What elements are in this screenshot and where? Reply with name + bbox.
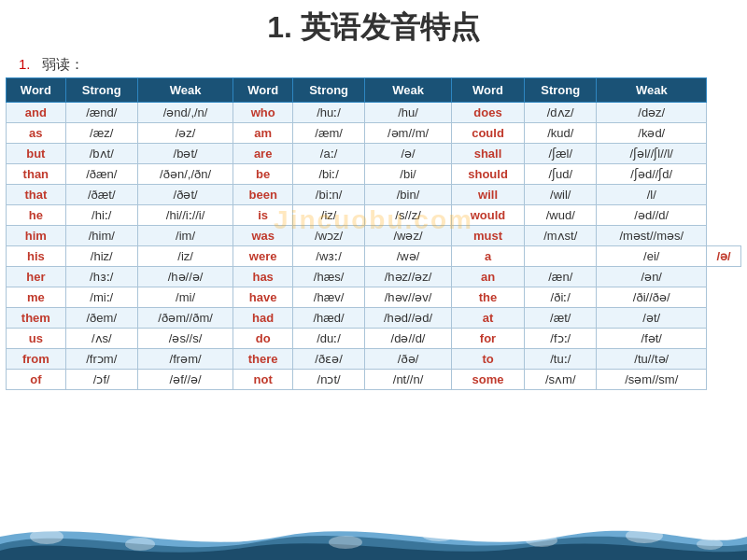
table-cell-10-5: /həd//əd/	[365, 308, 452, 329]
table-cell-11-5: /də//d/	[365, 329, 452, 349]
table-cell-13-8: /səm//sm/	[597, 370, 707, 390]
table-cell-9-6: the	[451, 287, 524, 308]
svg-point-2	[215, 527, 252, 542]
subtitle-text: 弱读：	[42, 56, 84, 72]
pronunciation-table: WordStrongWeakWordStrongWeakWordStrongWe…	[6, 77, 741, 390]
table-cell-9-7: /ðiː/	[525, 287, 597, 308]
header-cell-2: Weak	[137, 78, 233, 103]
table-cell-10-0: them	[7, 308, 66, 329]
wave-footer	[0, 509, 747, 560]
table-cell-10-8: /ət/	[597, 308, 707, 329]
table-cell-3-3: be	[233, 164, 293, 185]
table-cell-6-2: /im/	[137, 226, 233, 246]
table-cell-10-4: /hæd/	[293, 308, 365, 329]
title-section: 1. 英语发音特点	[0, 0, 747, 52]
table-row: of/ɔf//əf//ə/not/nɔt//nt//n/some/sʌm//sə…	[7, 370, 741, 390]
table-cell-3-6: should	[451, 164, 524, 185]
table-cell-2-8: /ʃəl//ʃl//l/	[597, 144, 707, 164]
table-cell-13-6: some	[451, 370, 524, 390]
table-cell-13-2: /əf//ə/	[137, 370, 233, 390]
table-cell-5-2: /hi//iː//i/	[137, 205, 233, 226]
table-cell-10-6: at	[451, 308, 524, 329]
table-cell-1-8: /kəd/	[597, 123, 707, 144]
table-cell-7-2: /iz/	[137, 246, 233, 267]
svg-point-5	[526, 534, 557, 547]
table-cell-11-4: /duː/	[293, 329, 365, 349]
table-row: he/hiː//hi//iː//i/is/iz//s//z/would/wud/…	[7, 205, 741, 226]
table-cell-8-1: /hɜː/	[65, 267, 137, 287]
table-cell-7-6: a	[451, 246, 524, 267]
table-cell-9-3: have	[233, 287, 293, 308]
table-cell-3-7: /ʃud/	[525, 164, 597, 185]
table-cell-5-7: /wud/	[525, 205, 597, 226]
table-cell-8-8: /ən/	[597, 267, 707, 287]
table-cell-10-2: /ðəm//ðm/	[137, 308, 233, 329]
main-title: 1. 英语发音特点	[0, 7, 747, 49]
table-cell-13-1: /ɔf/	[65, 370, 137, 390]
table-row: him/him//im/was/wɔz//wəz/must/mʌst//məst…	[7, 226, 741, 246]
table-row: from/frɔm//frəm/there/ðɛə//ðə/to/tuː//tu…	[7, 349, 741, 370]
header-cell-0: Word	[7, 78, 66, 103]
table-row: me/miː//mi/have/hæv//həv//əv/the/ðiː//ði…	[7, 287, 741, 308]
table-cell-3-4: /biː/	[293, 164, 365, 185]
table-row: that/ðæt//ðət/been/biːn//bin/will/wil//l…	[7, 185, 741, 205]
table-cell-7-9: /ə/	[707, 246, 741, 267]
table-row: as/æz//əz/am/æm//əm//m/could/kud//kəd/	[7, 123, 741, 144]
table-cell-10-3: had	[233, 308, 293, 329]
svg-point-6	[626, 528, 663, 543]
table-cell-4-5: /bin/	[365, 185, 452, 205]
svg-point-0	[30, 529, 63, 544]
header-cell-4: Strong	[293, 78, 365, 103]
table-cell-4-8: /l/	[597, 185, 707, 205]
table-cell-6-3: was	[233, 226, 293, 246]
table-wrapper: WordStrongWeakWordStrongWeakWordStrongWe…	[0, 77, 747, 390]
page-container: 1. 英语发音特点 1. 弱读： WordStrongWeakWordStron…	[0, 0, 747, 560]
table-cell-9-8: /ði//ðə/	[597, 287, 707, 308]
table-cell-0-3: who	[233, 103, 293, 123]
table-row: but/bʌt//bət/are/aː//ə/shall/ʃæl//ʃəl//ʃ…	[7, 144, 741, 164]
table-cell-11-8: /fət/	[597, 329, 707, 349]
table-cell-11-6: for	[451, 329, 524, 349]
waves-svg	[0, 509, 747, 560]
table-row: her/hɜː//hə//ə/has/hæs//həz//əz/an/æn//ə…	[7, 267, 741, 287]
table-cell-4-0: that	[7, 185, 66, 205]
table-cell-2-6: shall	[451, 144, 524, 164]
svg-point-3	[329, 536, 362, 549]
table-cell-4-2: /ðət/	[137, 185, 233, 205]
table-cell-8-2: /hə//ə/	[137, 267, 233, 287]
table-cell-5-8: /əd//d/	[597, 205, 707, 226]
table-cell-1-7: /kud/	[525, 123, 597, 144]
header-cell-3: Word	[233, 78, 293, 103]
table-cell-4-6: will	[451, 185, 524, 205]
header-cell-7: Strong	[525, 78, 597, 103]
table-cell-2-5: /ə/	[365, 144, 452, 164]
table-cell-6-4: /wɔz/	[293, 226, 365, 246]
header-cell-8: Weak	[597, 78, 707, 103]
table-cell-6-8: /məst//məs/	[597, 226, 707, 246]
table-cell-11-7: /fɔː/	[525, 329, 597, 349]
table-cell-0-1: /ænd/	[65, 103, 137, 123]
table-cell-13-7: /sʌm/	[525, 370, 597, 390]
subtitle: 1. 弱读：	[0, 52, 747, 77]
table-header: WordStrongWeakWordStrongWeakWordStrongWe…	[7, 78, 741, 103]
table-cell-5-0: he	[7, 205, 66, 226]
table-cell-5-6: would	[451, 205, 524, 226]
table-cell-7-4: /wɜː/	[293, 246, 365, 267]
table-cell-11-1: /ʌs/	[65, 329, 137, 349]
table-cell-9-0: me	[7, 287, 66, 308]
table-cell-12-3: there	[233, 349, 293, 370]
table-cell-11-2: /əs//s/	[137, 329, 233, 349]
table-cell-0-4: /huː/	[293, 103, 365, 123]
svg-point-1	[125, 538, 155, 551]
table-cell-11-3: do	[233, 329, 293, 349]
table-cell-13-5: /nt//n/	[365, 370, 452, 390]
table-cell-1-4: /æm/	[293, 123, 365, 144]
svg-point-4	[421, 526, 457, 541]
table-cell-2-4: /aː/	[293, 144, 365, 164]
table-cell-4-4: /biːn/	[293, 185, 365, 205]
subtitle-num: 1.	[19, 56, 31, 72]
table-cell-6-6: must	[451, 226, 524, 246]
table-cell-2-3: are	[233, 144, 293, 164]
table-cell-0-8: /dəz/	[597, 103, 707, 123]
table-cell-12-5: /ðə/	[365, 349, 452, 370]
